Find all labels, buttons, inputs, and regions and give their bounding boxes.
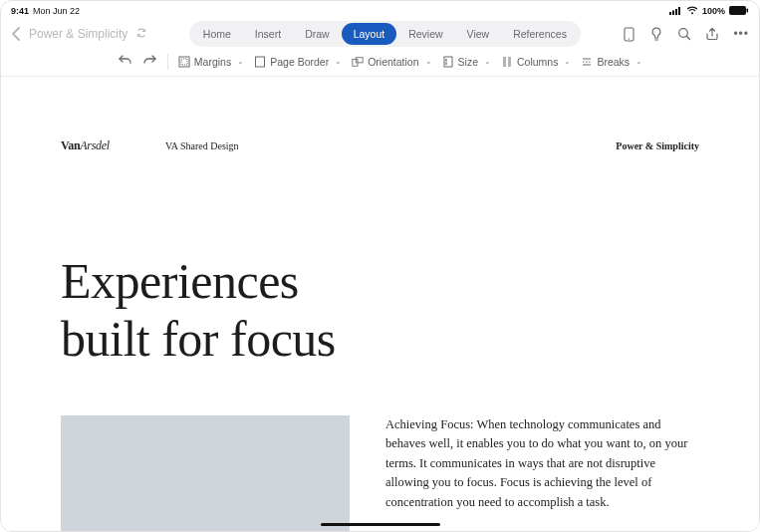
sync-icon[interactable] bbox=[135, 25, 147, 43]
chevron-down-icon: ⌄ bbox=[484, 57, 491, 66]
brand-logo: VanArsdel bbox=[61, 138, 110, 153]
cellular-icon bbox=[669, 6, 682, 15]
chevron-down-icon: ⌄ bbox=[635, 57, 642, 66]
breaks-icon bbox=[581, 56, 593, 68]
size-button[interactable]: Size ⌄ bbox=[442, 56, 491, 68]
page-border-button[interactable]: Page Border ⌄ bbox=[254, 56, 342, 68]
wifi-icon bbox=[686, 6, 698, 15]
page-border-label: Page Border bbox=[270, 56, 329, 68]
svg-rect-14 bbox=[444, 57, 452, 67]
separator bbox=[167, 54, 168, 70]
header-right-title: Power & Simplicity bbox=[616, 140, 699, 151]
status-time: 9:41 bbox=[11, 6, 29, 16]
page-header: VanArsdel VA Shared Design Power & Simpl… bbox=[61, 138, 699, 153]
chevron-down-icon: ⌄ bbox=[564, 57, 571, 66]
svg-rect-11 bbox=[256, 57, 265, 67]
lightbulb-icon[interactable] bbox=[649, 27, 663, 41]
columns-icon bbox=[501, 56, 513, 68]
redo-button[interactable] bbox=[142, 54, 157, 69]
image-placeholder bbox=[61, 415, 350, 531]
home-indicator[interactable] bbox=[321, 523, 440, 527]
more-button[interactable]: ••• bbox=[733, 28, 749, 40]
hero-heading: Experiences built for focus bbox=[61, 253, 699, 368]
margins-icon bbox=[178, 56, 190, 68]
orientation-icon bbox=[352, 56, 364, 68]
breaks-button[interactable]: Breaks ⌄ bbox=[581, 56, 642, 68]
battery-icon bbox=[729, 6, 749, 15]
svg-rect-5 bbox=[747, 9, 749, 13]
battery-pct: 100% bbox=[702, 6, 725, 16]
svg-point-7 bbox=[629, 38, 630, 39]
status-date: Mon Jun 22 bbox=[33, 6, 80, 16]
body-paragraph: Achieving Focus: When technology communi… bbox=[385, 415, 699, 531]
status-bar: 9:41 Mon Jun 22 100% bbox=[1, 1, 759, 17]
hero-line-2: built for focus bbox=[61, 311, 699, 369]
tab-review[interactable]: Review bbox=[396, 23, 454, 45]
breaks-label: Breaks bbox=[597, 56, 630, 68]
document-title[interactable]: Power & Simplicity bbox=[29, 27, 127, 41]
columns-label: Columns bbox=[517, 56, 558, 68]
chevron-down-icon: ⌄ bbox=[237, 57, 244, 66]
tab-bar: Home Insert Draw Layout Review View Refe… bbox=[189, 21, 581, 47]
undo-button[interactable] bbox=[118, 54, 132, 69]
back-button[interactable] bbox=[11, 27, 21, 41]
chevron-down-icon: ⌄ bbox=[335, 57, 342, 66]
tab-insert[interactable]: Insert bbox=[243, 23, 293, 45]
svg-point-8 bbox=[679, 29, 688, 38]
document-page: VanArsdel VA Shared Design Power & Simpl… bbox=[1, 81, 759, 531]
tab-home[interactable]: Home bbox=[191, 23, 243, 45]
orientation-label: Orientation bbox=[368, 56, 418, 68]
svg-rect-0 bbox=[669, 12, 671, 15]
header-subtitle: VA Shared Design bbox=[165, 140, 239, 151]
tab-view[interactable]: View bbox=[455, 23, 502, 45]
tab-layout[interactable]: Layout bbox=[342, 23, 397, 45]
document-canvas[interactable]: VanArsdel VA Shared Design Power & Simpl… bbox=[1, 81, 759, 531]
share-icon[interactable] bbox=[705, 27, 719, 41]
svg-rect-13 bbox=[356, 57, 363, 62]
svg-rect-4 bbox=[729, 6, 746, 15]
svg-rect-2 bbox=[675, 9, 677, 15]
page-border-icon bbox=[254, 56, 266, 68]
brand-bold: Van bbox=[61, 138, 80, 152]
search-icon[interactable] bbox=[677, 27, 691, 41]
size-label: Size bbox=[458, 56, 478, 68]
tab-references[interactable]: References bbox=[501, 23, 579, 45]
chevron-down-icon: ⌄ bbox=[425, 57, 432, 66]
brand-thin: Arsdel bbox=[80, 138, 110, 152]
svg-rect-1 bbox=[672, 11, 674, 16]
hero-line-1: Experiences bbox=[61, 253, 699, 311]
tab-draw[interactable]: Draw bbox=[293, 23, 342, 45]
orientation-button[interactable]: Orientation ⌄ bbox=[352, 56, 431, 68]
ribbon: Margins ⌄ Page Border ⌄ Orientation ⌄ Si… bbox=[1, 51, 759, 77]
margins-button[interactable]: Margins ⌄ bbox=[178, 56, 244, 68]
size-icon bbox=[442, 56, 454, 68]
device-icon[interactable] bbox=[622, 27, 635, 41]
margins-label: Margins bbox=[194, 56, 231, 68]
columns-button[interactable]: Columns ⌄ bbox=[501, 56, 571, 68]
svg-rect-10 bbox=[181, 59, 187, 65]
title-bar: Power & Simplicity Home Insert Draw Layo… bbox=[1, 17, 759, 51]
svg-rect-3 bbox=[678, 7, 680, 15]
